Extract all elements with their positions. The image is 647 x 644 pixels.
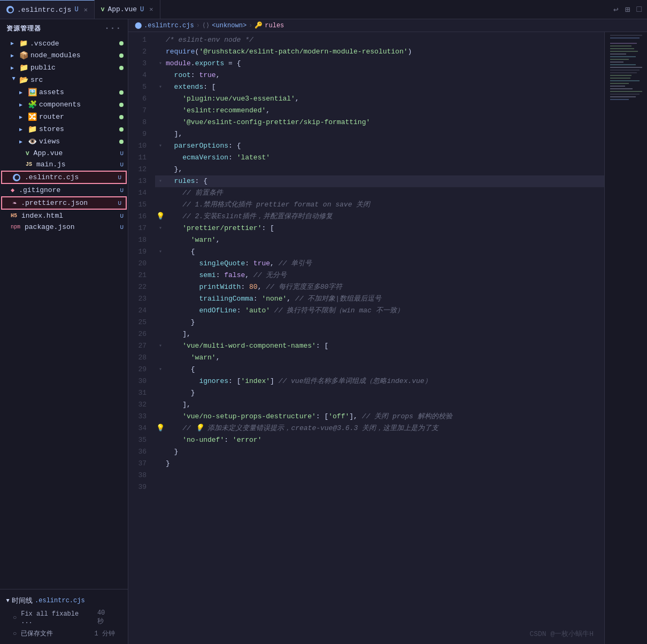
sidebar-item-vscode[interactable]: ▶ 📁 .vscode [0,37,128,49]
code-text-7: 'plugin:vue/vue3-essential', [166,93,604,105]
sidebar-item-eslintrc[interactable]: ⬤ .eslintrc.cjs U [1,171,127,184]
sidebar-item-label-indexhtml: index.html [21,212,115,220]
eslint-icon: ⬤ [6,6,14,13]
sidebar-item-src[interactable]: ▶ 📂 src [0,74,128,86]
folder-icon-stores: 📁 [28,125,37,134]
folder-icon-nm: 📦 [19,51,28,60]
tab-appvue[interactable]: V App.vue U ✕ [95,0,160,19]
code-text-26: } [166,317,604,328]
code-line-10: ], [155,128,604,140]
code-editor[interactable]: 1234567891011121314151617181920212223242… [128,32,647,644]
breadcrumb-unknown-icon: ⟨⟩ [202,21,210,29]
code-line-9: '@vue/eslint-config-prettier/skip-format… [155,117,604,128]
badge-packagejson: U [120,224,124,231]
tab-eslintrc[interactable]: ⬤ .eslintrc.cjs U ✕ [0,0,95,19]
tab-appvue-close[interactable]: ✕ [149,5,153,13]
sidebar-item-gitignore[interactable]: ◆ .gitignore U [0,185,128,196]
code-text-10: ], [166,128,604,140]
badge-mainjs: U [120,162,124,168]
sidebar-item-prettierrc[interactable]: ❧ .prettierrc.json U [1,196,127,210]
code-line-15: // 前置条件 [155,187,604,199]
breadcrumb-file[interactable]: .eslintrc.cjs [144,22,194,29]
timeline-dot-2: ○ [13,630,17,638]
code-line-35: 💡 // 💡 添加未定义变量错误提示，create-vue@3.6.3 关闭，这… [155,423,604,434]
code-line-29: 'warn', [155,352,604,364]
code-text-18: 'prettier/prettier': [ [166,223,604,234]
code-line-34: 'vue/no-setup-props-destructure': ['off'… [155,411,604,423]
maximize-icon[interactable]: □ [636,5,642,14]
code-text-27: ], [166,328,604,340]
svg-rect-21 [610,94,640,95]
code-line-8: 'eslint:recommended', [155,105,604,117]
watermark: CSDN @一枚小蜗牛H [529,629,594,639]
code-text-36: 'no-undef': 'error' [166,434,604,446]
sidebar-item-views[interactable]: ▶ 👁️ views [0,135,128,148]
svg-rect-11 [610,67,642,68]
timeline-title: 时间线 [12,596,33,605]
sidebar-item-components[interactable]: ▶ 🧩 components [0,98,128,111]
code-text-4: module.exports = { [166,58,604,70]
svg-rect-6 [610,53,626,55]
code-text-5: root: true, [166,70,604,81]
tab-appvue-badge: U [140,6,144,13]
sidebar-item-label-eslintrc: .eslintrc.cjs [25,173,113,181]
sidebar-menu-dots[interactable]: ··· [104,24,121,33]
sidebar-item-assets[interactable]: ▶ 🖼️ assets [0,86,128,98]
code-line-23: printWidth: 80, // 每行宽度至多80字符 [155,281,604,293]
code-text-31: ignores: ['index'] // vue组件名称多单词组成（忽略ind… [166,375,604,387]
sidebar-item-node-modules[interactable]: ▶ 📦 node_modules [0,49,128,62]
badge-indexhtml: U [120,213,124,219]
code-line-38: } [155,458,604,470]
tab-eslintrc-close[interactable]: ✕ [84,6,88,14]
sidebar-item-stores[interactable]: ▶ 📁 stores [0,123,128,135]
sidebar-item-appvue[interactable]: V App.vue U [0,148,128,159]
code-line-13: }, [155,164,604,175]
line-numbers: 1234567891011121314151617181920212223242… [128,32,155,644]
svg-rect-8 [610,59,629,60]
code-text-38: } [166,458,604,470]
code-text-29: 'warn', [166,352,604,364]
svg-rect-0 [610,35,642,36]
timeline-label-2: 已保存文件 [21,629,53,638]
split-icon[interactable]: ⊞ [625,4,630,15]
code-text-35: // 💡 添加未定义变量错误提示，create-vue@3.6.3 关闭，这里加… [166,423,604,434]
timeline-time-1: 40 秒 [97,609,115,626]
sidebar-item-label-router: router [39,113,117,121]
sidebar-item-router[interactable]: ▶ 🔀 router [0,111,128,123]
sidebar-item-packagejson[interactable]: npm package.json U [0,221,128,233]
code-line-22: semi: false, // 无分号 [155,270,604,281]
code-line-19: 'warn', [155,234,604,246]
sidebar-item-public[interactable]: ▶ 📁 public [0,62,128,74]
code-line-1: /* eslint-env node */ [155,34,604,46]
sidebar-item-indexhtml[interactable]: H5 index.html U [0,210,128,221]
dot-comp [119,103,124,107]
sidebar-item-label-src: src [30,76,124,84]
chevron-right-icon-pub: ▶ [11,65,17,71]
chevron-right-icon: ▶ [11,40,17,47]
code-text-32: } [166,387,604,399]
svg-rect-2 [610,43,637,44]
code-text-13: }, [166,164,604,175]
breadcrumb-unknown[interactable]: <unknown> [212,22,247,29]
vue-icon: V [101,6,105,13]
timeline-header[interactable]: ▶ 时间线 .eslintrc.cjs [0,594,128,608]
code-text-8: 'eslint:recommended', [166,105,604,117]
html-file-icon: H5 [11,213,17,219]
code-text-17: // 2.安装Eslint插件，并配置保存时自动修复 [166,211,604,223]
git-file-icon: ◆ [11,186,14,194]
chevron-right-icon-nm: ▶ [11,52,17,59]
code-line-14: ▾ rules: { [155,175,604,187]
breadcrumb-rules[interactable]: rules [265,22,284,29]
svg-rect-5 [610,51,638,52]
sidebar-title-label: 资源管理器 [6,24,41,33]
sidebar-item-mainjs[interactable]: JS main.js U [0,159,128,170]
code-line-30: ▾ { [155,364,604,375]
sidebar-item-label-vscode: .vscode [30,40,117,48]
sidebar-item-label-stores: stores [39,125,117,133]
chevron-down-timeline: ▶ [5,599,11,602]
svg-rect-1 [610,37,640,39]
history-icon[interactable]: ↩ [613,4,619,15]
badge-prettierrc: U [118,200,121,206]
sidebar-item-label-prettierrc: .prettierrc.json [21,199,113,207]
sidebar-item-label-views: views [39,137,117,145]
